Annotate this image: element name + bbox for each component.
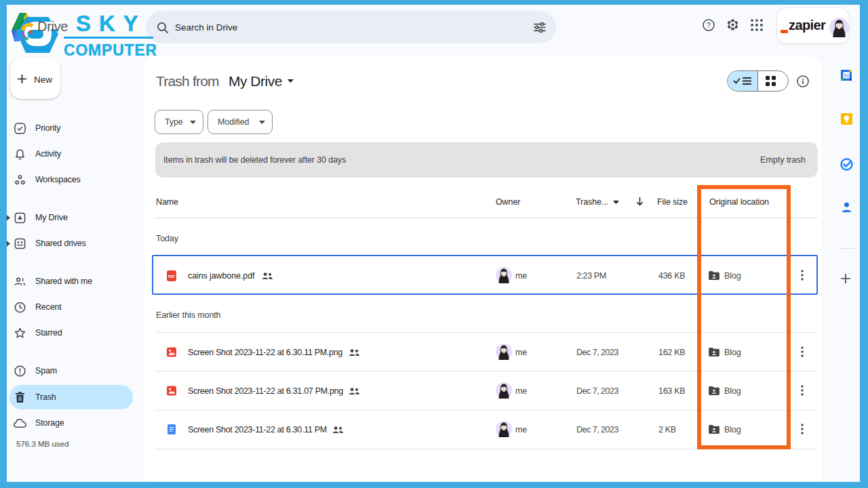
svg-text:PDF: PDF bbox=[168, 274, 175, 279]
svg-text:31: 31 bbox=[844, 73, 849, 79]
svg-text:?: ? bbox=[707, 21, 711, 29]
